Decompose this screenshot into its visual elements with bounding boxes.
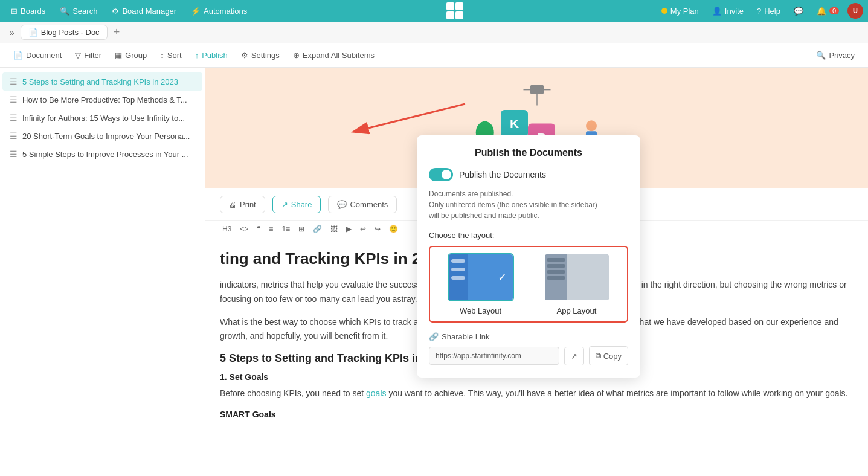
doc-icon-0: ☰ bbox=[10, 77, 18, 86]
web-layout-option[interactable]: ✓ Web Layout bbox=[436, 253, 525, 315]
boards-label: Boards bbox=[21, 7, 45, 16]
boards-icon: ⊞ bbox=[11, 7, 18, 16]
print-label: Print bbox=[240, 200, 256, 209]
add-tab-button[interactable]: + bbox=[109, 24, 125, 41]
invite-nav-item[interactable]: 👤 Invite bbox=[707, 4, 748, 18]
copy-icon: ⧉ bbox=[596, 351, 601, 361]
share-button[interactable]: ↗ Share bbox=[272, 196, 321, 213]
h3-icon[interactable]: H3 bbox=[220, 224, 234, 234]
sharable-link-row: 🔗 Sharable Link bbox=[429, 332, 628, 341]
blog-posts-doc-tab[interactable]: 📄 Blog Posts - Doc bbox=[21, 25, 108, 40]
expand-subitems-toolbar-item[interactable]: ⊕ Expand All Subitems bbox=[287, 48, 381, 63]
document-icon: 📄 bbox=[13, 51, 23, 60]
link-icon[interactable]: 🔗 bbox=[310, 224, 324, 234]
comments-button[interactable]: 💬 Comments bbox=[328, 196, 397, 213]
note-line2: Only unfiltered items (the ones visible … bbox=[429, 201, 597, 209]
help-label: Help bbox=[764, 7, 780, 16]
web-layout-label: Web Layout bbox=[460, 306, 501, 315]
tab-bar: » 📄 Blog Posts - Doc + bbox=[0, 22, 868, 43]
emoji-icon[interactable]: 🙂 bbox=[387, 224, 400, 234]
notifications-nav-item[interactable]: 🔔 0 bbox=[812, 4, 844, 18]
app-sidebar-graphic bbox=[545, 254, 567, 300]
undo-icon[interactable]: ↩ bbox=[358, 224, 368, 234]
search-nav-item[interactable]: 🔍 Search bbox=[54, 4, 103, 18]
publish-toggle[interactable] bbox=[429, 168, 453, 181]
privacy-toolbar-item[interactable]: 🔍 Privacy bbox=[810, 48, 861, 63]
doc-step1-text: Before choosing KPIs, you need to set go… bbox=[220, 387, 854, 401]
blockquote-icon[interactable]: ❝ bbox=[254, 224, 263, 234]
notifications-badge: 0 bbox=[829, 7, 839, 14]
boards-nav-item[interactable]: ⊞ Boards bbox=[5, 4, 51, 18]
sidebar-line-1 bbox=[451, 259, 466, 263]
chat-nav-item[interactable]: 💬 bbox=[789, 4, 808, 18]
sidebar-item-2[interactable]: ☰ Infinity for Authors: 15 Ways to Use I… bbox=[2, 109, 202, 127]
sort-label: Sort bbox=[167, 51, 182, 60]
app-logo bbox=[446, 2, 463, 19]
myplan-label: My Plan bbox=[670, 7, 699, 16]
table-icon[interactable]: ⊞ bbox=[296, 224, 307, 234]
top-navigation: ⊞ Boards 🔍 Search ⚙ Board Manager ⚡ Auto… bbox=[0, 0, 868, 22]
print-button[interactable]: 🖨 Print bbox=[220, 196, 265, 213]
redo-icon[interactable]: ↪ bbox=[372, 224, 383, 234]
open-external-button[interactable]: ↗ bbox=[564, 347, 584, 365]
user-avatar[interactable]: U bbox=[847, 3, 863, 19]
svg-point-10 bbox=[586, 120, 597, 131]
sidebar-item-label-2: Infinity for Authors: 15 Ways to Use Inf… bbox=[22, 114, 185, 123]
doc-tab-icon: 📄 bbox=[28, 28, 38, 37]
sidebar-item-4[interactable]: ☰ 5 Simple Steps to Improve Processes in… bbox=[2, 145, 202, 163]
copy-label: Copy bbox=[603, 352, 622, 361]
app-layout-option[interactable]: App Layout bbox=[532, 253, 621, 315]
doc-icon-4: ☰ bbox=[10, 149, 18, 159]
sidebar-item-3[interactable]: ☰ 20 Short-Term Goals to Improve Your Pe… bbox=[2, 127, 202, 145]
sidebar-line-2 bbox=[451, 268, 466, 271]
popup-title: Publish the Documents bbox=[429, 147, 628, 158]
note-line1: Documents are published. bbox=[429, 190, 513, 198]
web-layout-preview: ✓ bbox=[448, 253, 514, 301]
app-line-1 bbox=[547, 258, 565, 262]
toolbar: 📄 Document ▽ Filter ▦ Group ↕ Sort ↑ Pub… bbox=[0, 43, 868, 68]
copy-link-button[interactable]: ⧉ Copy bbox=[589, 346, 628, 365]
comments-icon: 💬 bbox=[337, 200, 347, 209]
sort-toolbar-item[interactable]: ↕ Sort bbox=[154, 48, 187, 63]
document-toolbar-item[interactable]: 📄 Document bbox=[7, 48, 68, 63]
video-icon[interactable]: ▶ bbox=[344, 224, 354, 234]
automations-icon: ⚡ bbox=[191, 7, 201, 16]
toggle-label: Publish the Documents bbox=[459, 170, 546, 179]
sidebar-item-label-1: How to Be More Productive: Top Methods &… bbox=[22, 95, 187, 105]
goals-link[interactable]: goals bbox=[366, 388, 386, 398]
automations-label: Automations bbox=[204, 7, 247, 16]
boardmanager-nav-item[interactable]: ⚙ Board Manager bbox=[106, 4, 182, 18]
boardmanager-icon: ⚙ bbox=[112, 7, 119, 16]
layout-options: ✓ Web Layout bbox=[429, 246, 628, 323]
print-icon: 🖨 bbox=[229, 200, 237, 209]
expand-subitems-label: Expand All Subitems bbox=[303, 51, 375, 60]
sharable-link-input[interactable] bbox=[429, 347, 559, 365]
myplan-dot-icon bbox=[661, 8, 667, 14]
link-chain-icon: 🔗 bbox=[429, 332, 439, 341]
note-line3: will be published and made public. bbox=[429, 211, 539, 220]
expand-tabs-button[interactable]: » bbox=[5, 25, 19, 40]
filter-toolbar-item[interactable]: ▽ Filter bbox=[69, 48, 108, 63]
doc-tab-label: Blog Posts - Doc bbox=[41, 28, 100, 37]
help-nav-item[interactable]: ? Help bbox=[752, 4, 785, 18]
image-icon[interactable]: 🖼 bbox=[328, 224, 340, 234]
settings-toolbar-item[interactable]: ⚙ Settings bbox=[235, 48, 286, 63]
settings-icon: ⚙ bbox=[241, 51, 248, 60]
myplan-nav-item[interactable]: My Plan bbox=[657, 4, 704, 18]
privacy-icon: 🔍 bbox=[816, 51, 826, 60]
doc-icon-2: ☰ bbox=[10, 113, 18, 123]
numbered-list-icon[interactable]: 1≡ bbox=[279, 224, 292, 234]
bullet-list-icon[interactable]: ≡ bbox=[266, 224, 275, 234]
sidebar-item-1[interactable]: ☰ How to Be More Productive: Top Methods… bbox=[2, 91, 202, 109]
search-icon: 🔍 bbox=[60, 7, 69, 16]
automations-nav-item[interactable]: ⚡ Automations bbox=[185, 4, 253, 18]
app-content-graphic bbox=[567, 254, 609, 300]
publish-icon: ↑ bbox=[195, 51, 199, 60]
sidebar-item-0[interactable]: ☰ 5 Steps to Setting and Tracking KPIs i… bbox=[2, 72, 202, 91]
group-toolbar-item[interactable]: ▦ Group bbox=[109, 48, 153, 63]
sidebar-item-label-3: 20 Short-Term Goals to Improve Your Pers… bbox=[22, 132, 190, 141]
invite-icon: 👤 bbox=[712, 7, 722, 16]
code-icon[interactable]: <> bbox=[237, 224, 251, 234]
publish-toolbar-item[interactable]: ↑ Publish bbox=[189, 48, 234, 63]
publish-toggle-row: Publish the Documents bbox=[429, 168, 628, 181]
